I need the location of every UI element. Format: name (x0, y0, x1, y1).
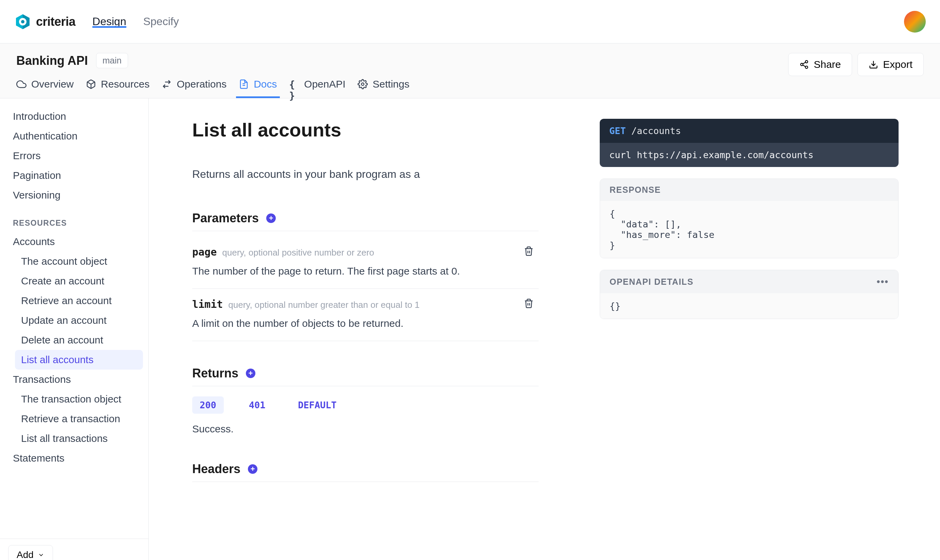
sidebar-item-retrieve-account[interactable]: Retrieve an account (21, 291, 143, 311)
svg-line-9 (803, 65, 806, 67)
svg-line-10 (803, 62, 806, 64)
doc-sidebar: GET /accounts curl https://api.example.c… (600, 119, 898, 557)
parameters-header: Parameters + (192, 211, 539, 225)
add-header-button[interactable]: + (248, 464, 257, 474)
return-tab-default[interactable]: DEFAULT (291, 396, 344, 414)
add-return-button[interactable]: + (246, 369, 255, 378)
header-left: criteria Design Specify (14, 13, 179, 30)
param-type: query, optional positive number or zero (222, 248, 374, 258)
sidebar-item-account-object[interactable]: The account object (21, 251, 143, 271)
page-title: List all accounts (192, 119, 539, 141)
sidebar: Introduction Authentication Errors Pagin… (0, 98, 149, 560)
sidebar-footer: Add (0, 538, 148, 560)
top-tabs: Design Specify (92, 15, 179, 28)
cube-icon (86, 79, 96, 89)
sidebar-item-update-account[interactable]: Update an account (21, 311, 143, 330)
sidebar-item-errors[interactable]: Errors (13, 146, 143, 166)
project-header: Banking API main Overview Resources Oper… (0, 43, 940, 98)
tab-design[interactable]: Design (92, 15, 126, 28)
http-method: GET (609, 126, 626, 136)
logo-icon (14, 13, 31, 30)
sidebar-item-create-account[interactable]: Create an account (21, 271, 143, 291)
sidebar-item-versioning[interactable]: Versioning (13, 185, 143, 205)
param-description: The number of the page to return. The fi… (192, 265, 539, 277)
openapi-panel: OPENAPI DETAILS ••• {} (600, 270, 898, 319)
curl-example: curl https://api.example.com/accounts (600, 143, 898, 167)
delete-parameter-button[interactable] (524, 298, 534, 310)
add-parameter-button[interactable]: + (266, 214, 276, 223)
headers-heading: Headers (192, 462, 240, 476)
branch-badge[interactable]: main (96, 53, 128, 68)
svg-point-1 (21, 20, 25, 23)
sidebar-item-accounts[interactable]: Accounts (13, 232, 143, 251)
response-body: { "data": [], "has_more": false } (600, 201, 898, 258)
gear-icon (358, 79, 368, 89)
avatar[interactable] (904, 11, 926, 32)
returns-heading: Returns (192, 366, 238, 380)
tab-docs[interactable]: Docs (239, 78, 277, 98)
content: List all accounts Returns all accounts i… (149, 98, 940, 560)
more-options-button[interactable]: ••• (877, 276, 889, 287)
app-header: criteria Design Specify (0, 0, 940, 43)
openapi-body: {} (600, 293, 898, 319)
add-button[interactable]: Add (8, 545, 53, 560)
trash-icon (524, 246, 534, 256)
tab-overview[interactable]: Overview (16, 78, 74, 98)
tab-openapi[interactable]: { } OpenAPI (289, 78, 346, 98)
response-label: RESPONSE (600, 179, 898, 201)
sidebar-item-transactions[interactable]: Transactions (13, 369, 143, 389)
header-actions: Share Export (788, 53, 924, 76)
share-button[interactable]: Share (788, 53, 852, 76)
delete-parameter-button[interactable] (524, 246, 534, 258)
param-description: A limit on the number of objects to be r… (192, 318, 539, 329)
tab-settings[interactable]: Settings (358, 78, 409, 98)
sidebar-item-authentication[interactable]: Authentication (13, 126, 143, 146)
parameter-limit: limit query, optional number greater tha… (192, 294, 539, 341)
http-path: /accounts (631, 126, 681, 136)
svg-point-7 (801, 63, 803, 66)
tab-operations[interactable]: Operations (162, 78, 227, 98)
sidebar-item-list-accounts[interactable]: List all accounts (15, 350, 143, 369)
brand-name: criteria (36, 15, 76, 29)
tab-specify[interactable]: Specify (143, 15, 179, 28)
document-icon (239, 79, 249, 89)
param-name: page (192, 246, 217, 258)
ellipsis-icon: ••• (877, 276, 889, 287)
cloud-icon (16, 79, 26, 89)
svg-point-5 (362, 83, 364, 86)
return-tab-200[interactable]: 200 (192, 396, 224, 414)
divider (192, 482, 539, 482)
page-description: Returns all accounts in your bank progra… (192, 168, 539, 180)
sidebar-item-delete-account[interactable]: Delete an account (21, 330, 143, 350)
sidebar-item-introduction[interactable]: Introduction (13, 106, 143, 126)
sidebar-item-statements[interactable]: Statements (13, 448, 143, 468)
parameter-page: page query, optional positive number or … (192, 241, 539, 289)
tab-resources[interactable]: Resources (86, 78, 149, 98)
sidebar-section-resources: RESOURCES (13, 205, 143, 232)
sidebar-item-transaction-object[interactable]: The transaction object (21, 389, 143, 409)
sidebar-item-retrieve-transaction[interactable]: Retrieve a transaction (21, 409, 143, 429)
export-button[interactable]: Export (857, 53, 924, 76)
request-example: GET /accounts curl https://api.example.c… (600, 119, 898, 167)
doc-main: List all accounts Returns all accounts i… (192, 119, 539, 557)
download-icon (869, 60, 878, 69)
param-type: query, optional number greater than or e… (228, 300, 419, 310)
braces-icon: { } (289, 79, 299, 89)
logo[interactable]: criteria (14, 13, 76, 30)
returns-header: Returns + (192, 366, 539, 380)
sidebar-item-list-transactions[interactable]: List all transactions (21, 429, 143, 448)
divider (192, 386, 539, 386)
sidebar-item-pagination[interactable]: Pagination (13, 166, 143, 185)
svg-point-8 (806, 66, 808, 69)
chevron-down-icon (38, 552, 45, 558)
return-description: Success. (192, 423, 539, 435)
svg-point-6 (806, 60, 808, 63)
trash-icon (524, 298, 534, 309)
parameters-heading: Parameters (192, 211, 259, 225)
api-title: Banking API (16, 54, 88, 68)
return-tab-401[interactable]: 401 (242, 396, 273, 414)
share-icon (800, 60, 809, 69)
openapi-label: OPENAPI DETAILS (610, 277, 693, 287)
title-row: Banking API main (16, 53, 410, 68)
param-name: limit (192, 298, 223, 310)
